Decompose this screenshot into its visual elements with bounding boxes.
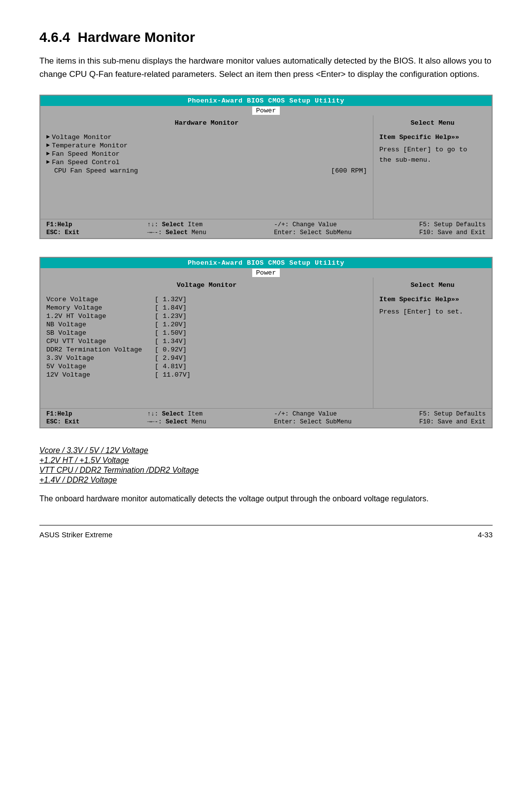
bios2-help-text: Press [Enter] to set. [379, 307, 486, 317]
voltage-value: [ 11.07V] [155, 371, 191, 379]
bios1-footer: F1:Help ESC: Exit ↑↓: Select Item →←-: S… [40, 219, 492, 238]
item-value: [600 RPM] [331, 167, 367, 174]
item-label: Fan Speed Monitor [52, 150, 367, 158]
voltage-label: Memory Voltage [46, 304, 155, 312]
voltage-cpu-vtt: CPU VTT Voltage [ 1.34V] [46, 338, 367, 345]
page-footer: ASUS Striker Extreme 4-33 [39, 525, 493, 539]
bios1-help-text: Press [Enter] to go to the sub-menu. [379, 145, 486, 165]
voltage-value: [ 1.20V] [155, 321, 187, 328]
footer-select-item: ↑↓: Select Item [147, 411, 206, 418]
voltage-label: 1.2V HT Voltage [46, 313, 155, 320]
item-label: Voltage Monitor [52, 134, 367, 141]
arrow-icon: ► [46, 150, 50, 157]
intro-text: The items in this sub-menu displays the … [39, 54, 493, 81]
voltage-label: DDR2 Termination Voltage [46, 346, 155, 353]
bios1-item-cpu-fan-warning[interactable]: CPU Fan Speed warning [600 RPM] [54, 167, 367, 174]
voltage-12v: 12V Voltage [ 11.07V] [46, 371, 367, 379]
bios1-item-fan-speed-control[interactable]: ► Fan Speed Control [46, 159, 367, 166]
voltage-3-3v: 3.3V Voltage [ 2.94V] [46, 354, 367, 362]
footer-change-value: -/+: Change Value [274, 221, 352, 228]
voltage-value: [ 2.94V] [155, 354, 187, 362]
voltage-value: [ 1.23V] [155, 313, 187, 320]
voltage-value: [ 1.84V] [155, 304, 187, 312]
bios1-item-temp-monitor[interactable]: ► Temperature Monitor [46, 142, 367, 149]
bios2-section-header: Voltage Monitor [46, 281, 367, 291]
bios1-item-fan-speed-monitor[interactable]: ► Fan Speed Monitor [46, 150, 367, 158]
voltage-memory: Memory Voltage [ 1.84V] [46, 304, 367, 312]
bios1-menu-power[interactable]: Power [252, 106, 280, 115]
footer-select-menu: →←-: Select Menu [147, 418, 206, 425]
arrow-icon: ► [46, 134, 50, 140]
bios1-main: Hardware Monitor ► Voltage Monitor ► Tem… [40, 115, 373, 219]
bios2-side-header: Select Menu [379, 281, 486, 291]
arrow-icon: ► [46, 142, 50, 149]
voltage-ddr2-term: DDR2 Termination Voltage [ 0.92V] [46, 346, 367, 353]
footer-enter: Enter: Select SubMenu [274, 418, 352, 425]
bios1-section-header: Hardware Monitor [46, 119, 367, 129]
bios2-menu-bar: Power [40, 268, 492, 278]
voltage-label: 3.3V Voltage [46, 354, 155, 362]
link-1-4v[interactable]: +1.4V / DDR2 Voltage [39, 476, 493, 485]
arrow-icon: ► [46, 159, 50, 166]
voltage-1-2v-ht: 1.2V HT Voltage [ 1.23V] [46, 313, 367, 320]
footer-select-item: ↑↓: Select Item [147, 221, 206, 228]
voltage-label: SB Voltage [46, 329, 155, 337]
footer-change-value: -/+: Change Value [274, 411, 352, 418]
footer-select-menu: →←-: Select Menu [147, 229, 206, 236]
bios1-side-header: Select Menu [379, 119, 486, 129]
voltage-value: [ 1.32V] [155, 296, 187, 303]
footer-f5: F5: Setup Defaults [419, 221, 486, 228]
footer-f10: F10: Save and Exit [419, 418, 486, 425]
bios1-menu-bar: Power [40, 106, 492, 115]
voltage-label: 12V Voltage [46, 371, 155, 379]
section-heading: 4.6.4 Hardware Monitor [39, 30, 493, 45]
link-vtt-cpu[interactable]: VTT CPU / DDR2 Termination /DDR2 Voltage [39, 466, 493, 475]
bios1-item-voltage-monitor[interactable]: ► Voltage Monitor [46, 134, 367, 141]
links-section: Vcore / 3.3V / 5V / 12V Voltage +1.2V HT… [39, 446, 493, 485]
voltage-sb: SB Voltage [ 1.50V] [46, 329, 367, 337]
footer-esc: ESC: Exit [46, 418, 80, 425]
voltage-label: Vcore Voltage [46, 296, 155, 303]
voltage-value: [ 0.92V] [155, 346, 187, 353]
item-label: Fan Speed Control [52, 159, 367, 166]
voltage-label: NB Voltage [46, 321, 155, 328]
footer-enter: Enter: Select SubMenu [274, 229, 352, 236]
bios1-help-title: Item Specific Help»» [379, 134, 486, 141]
footer-f5: F5: Setup Defaults [419, 411, 486, 418]
voltage-vcore: Vcore Voltage [ 1.32V] [46, 296, 367, 303]
link-vcore[interactable]: Vcore / 3.3V / 5V / 12V Voltage [39, 446, 493, 455]
bios1-side: Select Menu Item Specific Help»» Press [… [373, 115, 492, 219]
voltage-value: [ 4.81V] [155, 363, 187, 370]
voltage-value: [ 1.34V] [155, 338, 187, 345]
bios-screen-2: Phoenix-Award BIOS CMOS Setup Utility Po… [39, 257, 493, 428]
link-1-2v-ht[interactable]: +1.2V HT / +1.5V Voltage [39, 456, 493, 465]
voltage-label: CPU VTT Voltage [46, 338, 155, 345]
bios2-footer: F1:Help ESC: Exit ↑↓: Select Item →←-: S… [40, 408, 492, 427]
item-label: Temperature Monitor [52, 142, 367, 149]
footer-f1help: F1:Help [46, 221, 80, 228]
bios2-help-title: Item Specific Help»» [379, 296, 486, 303]
bios-screen-1: Phoenix-Award BIOS CMOS Setup Utility Po… [39, 95, 493, 239]
bios2-title-bar: Phoenix-Award BIOS CMOS Setup Utility [40, 258, 492, 268]
bios1-title-bar: Phoenix-Award BIOS CMOS Setup Utility [40, 96, 492, 106]
footer-product: ASUS Striker Extreme [39, 530, 112, 539]
footer-page-number: 4-33 [478, 530, 493, 539]
voltage-nb: NB Voltage [ 1.20V] [46, 321, 367, 328]
bios2-side: Select Menu Item Specific Help»» Press [… [373, 278, 492, 408]
bottom-text: The onboard hardware monitor automatical… [39, 492, 493, 505]
bios2-main: Voltage Monitor Vcore Voltage [ 1.32V] M… [40, 278, 373, 408]
voltage-value: [ 1.50V] [155, 329, 187, 337]
item-label: CPU Fan Speed warning [54, 167, 327, 174]
footer-f10: F10: Save and Exit [419, 229, 486, 236]
voltage-5v: 5V Voltage [ 4.81V] [46, 363, 367, 370]
voltage-label: 5V Voltage [46, 363, 155, 370]
footer-esc: ESC: Exit [46, 229, 80, 236]
footer-f1help: F1:Help [46, 411, 80, 418]
bios2-menu-power[interactable]: Power [252, 269, 280, 277]
